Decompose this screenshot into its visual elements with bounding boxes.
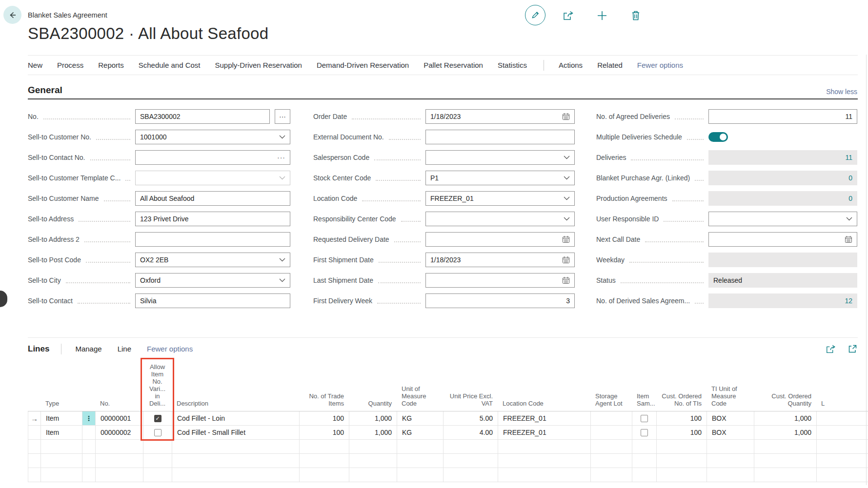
empty-cell[interactable]	[397, 468, 443, 482]
column-header[interactable]: Allow Item No. Vari... in Deli...	[143, 358, 172, 411]
first-shipment-date-field[interactable]: 1/18/2023	[425, 253, 575, 267]
menu-item-supply-driven-reservation[interactable]: Supply-Driven Reservation	[215, 61, 302, 69]
lines-fewer-options-button[interactable]: Fewer options	[147, 345, 193, 353]
empty-cell[interactable]	[40, 454, 82, 468]
item-sample-checkbox[interactable]	[641, 415, 648, 422]
cell-unit-price[interactable]: 4.00	[443, 426, 498, 439]
empty-cell[interactable]	[299, 454, 349, 468]
column-header[interactable]: Type	[40, 358, 82, 411]
sell-to-contact-no-field[interactable]: ···	[135, 150, 290, 165]
empty-cell[interactable]	[656, 440, 707, 453]
empty-cell[interactable]	[299, 440, 349, 453]
lines-menu-manage[interactable]: Manage	[75, 345, 101, 353]
empty-cell[interactable]	[95, 468, 143, 482]
empty-cell[interactable]	[632, 454, 656, 468]
cell-no-of-trade-items[interactable]: 100	[299, 411, 349, 425]
status-field[interactable]: Released	[708, 273, 857, 288]
empty-cell[interactable]	[590, 440, 632, 453]
no-of-derived-sales-agreem-field[interactable]: 12	[708, 293, 857, 308]
cell-extra[interactable]	[816, 426, 868, 439]
menu-item-reports[interactable]: Reports	[98, 61, 124, 69]
production-agreements-field[interactable]: 0	[708, 191, 857, 206]
empty-cell[interactable]	[816, 440, 868, 453]
empty-cell[interactable]	[498, 454, 590, 468]
empty-cell[interactable]	[82, 468, 95, 482]
menu-item-schedule-and-cost[interactable]: Schedule and Cost	[139, 61, 201, 69]
empty-cell[interactable]	[349, 440, 397, 453]
cell-cust-ordered-no-of-tis[interactable]: 100	[656, 411, 707, 425]
cell-storage-agent-lot[interactable]	[590, 426, 632, 439]
column-header[interactable]: No.	[95, 358, 143, 411]
column-header[interactable]: Unit Price Excl. VAT	[443, 358, 498, 411]
cell-quantity[interactable]: 1,000	[349, 411, 397, 425]
sell-to-customer-name-field[interactable]: All About Seafood	[135, 191, 290, 206]
allow-variants-checkbox[interactable]	[154, 429, 161, 436]
empty-cell[interactable]	[28, 440, 40, 453]
empty-cell[interactable]	[95, 454, 143, 468]
cell-quantity[interactable]: 1,000	[349, 426, 397, 439]
cell-unit-of-measure[interactable]: KG	[397, 411, 443, 425]
cell-type[interactable]: Item	[40, 426, 82, 439]
empty-cell[interactable]	[172, 440, 299, 453]
cell-extra[interactable]	[816, 411, 868, 425]
open-in-window-button[interactable]	[848, 344, 858, 354]
no-of-agreed-deliveries-field[interactable]: 11	[708, 109, 857, 124]
first-delivery-week-field[interactable]: 3	[425, 293, 575, 308]
cell-item-sample[interactable]	[632, 426, 656, 439]
empty-cell[interactable]	[95, 440, 143, 453]
share-button[interactable]	[562, 10, 575, 21]
column-header[interactable]: Quantity	[349, 358, 397, 411]
cell-cust-ordered-quantity[interactable]: 1,000	[754, 426, 816, 439]
empty-cell[interactable]	[632, 468, 656, 482]
no-field[interactable]: SBA2300002	[135, 109, 270, 124]
sell-to-customer-template-c-field[interactable]	[135, 171, 290, 185]
cell-location-code[interactable]: FREEZER_01	[498, 411, 590, 425]
side-panel-handle[interactable]	[0, 291, 7, 307]
empty-cell[interactable]	[707, 468, 754, 482]
menu-item-demand-driven-reservation[interactable]: Demand-Driven Reservation	[317, 61, 409, 69]
menu-item-statistics[interactable]: Statistics	[498, 61, 527, 69]
empty-cell[interactable]	[28, 468, 40, 482]
location-code-field[interactable]: FREEZER_01	[425, 191, 575, 206]
empty-cell[interactable]	[397, 440, 443, 453]
column-header[interactable]	[82, 358, 95, 411]
empty-cell[interactable]	[40, 468, 82, 482]
column-header[interactable]: Unit of Measure Code	[397, 358, 443, 411]
empty-cell[interactable]	[28, 454, 40, 468]
new-button[interactable]	[596, 10, 608, 21]
column-header[interactable]: TI Unit of Measure Code	[707, 358, 754, 411]
empty-cell[interactable]	[498, 468, 590, 482]
menu-item-pallet-reservation[interactable]: Pallet Reservation	[424, 61, 483, 69]
multiple-deliveries-schedule-toggle[interactable]	[708, 132, 728, 142]
empty-cell[interactable]	[143, 454, 172, 468]
external-document-no-field[interactable]	[425, 130, 575, 144]
empty-cell[interactable]	[590, 468, 632, 482]
menu-item-related[interactable]: Related	[597, 61, 623, 69]
column-header[interactable]: Cust. Ordered No. of TIs	[656, 358, 707, 411]
empty-cell[interactable]	[40, 440, 82, 453]
cell-ti-unit-of-measure[interactable]: BOX	[707, 411, 754, 425]
requested-delivery-date-field[interactable]	[425, 232, 575, 247]
column-header[interactable]: No. of Trade Items	[299, 358, 349, 411]
item-sample-checkbox[interactable]	[641, 429, 648, 436]
menu-item-process[interactable]: Process	[57, 61, 83, 69]
empty-cell[interactable]	[397, 454, 443, 468]
cell-no[interactable]: 00000001	[95, 411, 143, 425]
sell-to-post-code-field[interactable]: OX2 2EB	[135, 253, 290, 267]
empty-cell[interactable]	[349, 454, 397, 468]
empty-cell[interactable]	[498, 440, 590, 453]
cell-unit-of-measure[interactable]: KG	[397, 426, 443, 439]
cell-no[interactable]: 00000002	[95, 426, 143, 439]
cell-description[interactable]: Cod Fillet - Loin	[172, 411, 299, 425]
stock-center-code-field[interactable]: P1	[425, 171, 575, 185]
vertical-ellipsis-icon[interactable]: ⋮	[82, 411, 95, 425]
show-less-link[interactable]: Show less	[826, 88, 857, 96]
salesperson-code-field[interactable]	[425, 150, 575, 165]
sell-to-address-2-field[interactable]	[135, 232, 290, 247]
column-header[interactable]: Storage Agent Lot	[590, 358, 632, 411]
empty-cell[interactable]	[82, 440, 95, 453]
cell-item-sample[interactable]	[632, 411, 656, 425]
cell-type[interactable]: Item	[40, 411, 82, 425]
empty-cell[interactable]	[707, 440, 754, 453]
fewer-options-button[interactable]: Fewer options	[637, 61, 683, 69]
